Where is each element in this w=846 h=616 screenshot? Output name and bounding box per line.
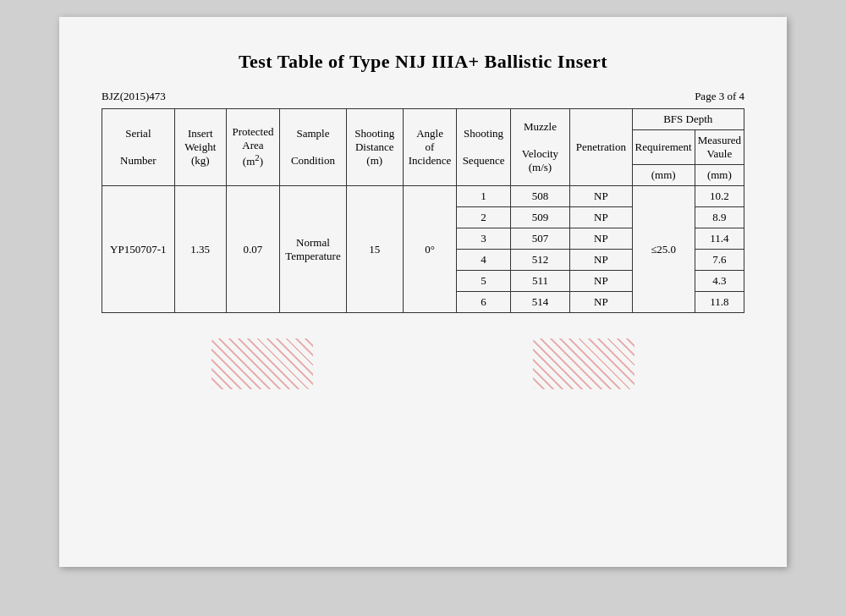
header-bfs-req: Requirement: [632, 130, 695, 165]
cell-penetration: NP: [570, 207, 632, 228]
cell-penetration: NP: [570, 228, 632, 250]
cell-weight: 1.35: [174, 186, 226, 313]
cell-sequence: 4: [457, 250, 510, 271]
cell-bfs-req: ≤25.0: [632, 186, 695, 313]
cell-muzzle: 507: [510, 228, 569, 250]
header-shooting-seq: ShootingSequence: [457, 109, 510, 186]
cell-condition: Normal Temperature: [280, 186, 347, 313]
header-penetration: Penetration: [570, 109, 632, 186]
cell-muzzle: 514: [510, 292, 569, 313]
cell-muzzle: 508: [510, 186, 569, 207]
cell-angle: 0°: [403, 186, 457, 313]
header-shooting-dist: ShootingDistance(m): [346, 109, 403, 186]
cell-serial: YP150707-1: [102, 186, 175, 313]
cell-sequence: 3: [457, 228, 510, 250]
cell-bfs-measured: 11.4: [695, 228, 744, 250]
cell-bfs-measured: 10.2: [695, 186, 744, 207]
header-muzzle: MuzzleVelocity(m/s): [510, 109, 569, 186]
cell-sequence: 2: [457, 207, 510, 228]
cell-penetration: NP: [570, 271, 632, 292]
header-sample: SampleCondition: [280, 109, 347, 186]
cell-penetration: NP: [570, 292, 632, 313]
header-bfs-meas: MeasuredVaule: [695, 130, 744, 165]
doc-number: BJZ(2015)473: [102, 90, 166, 103]
bottom-stamps: [102, 338, 744, 389]
cell-muzzle: 509: [510, 207, 569, 228]
cell-muzzle: 511: [510, 271, 569, 292]
header-angle: AngleofIncidence: [403, 109, 457, 186]
header-insert: InsertWeight(kg): [174, 109, 226, 186]
cell-bfs-measured: 7.6: [695, 250, 744, 271]
cell-distance: 15: [346, 186, 403, 313]
document-paper: Test Table of Type NIJ IIIA+ Ballistic I…: [59, 17, 787, 567]
test-table: SerialNumber InsertWeight(kg) ProtectedA…: [102, 108, 744, 313]
header-bfs: BFS Depth: [632, 109, 744, 130]
cell-sequence: 6: [457, 292, 510, 313]
cell-bfs-measured: 4.3: [695, 271, 744, 292]
stamp-left: [212, 338, 313, 389]
cell-bfs-measured: 11.8: [695, 292, 744, 313]
meta-row: BJZ(2015)473 Page 3 of 4: [102, 90, 744, 103]
page-title: Test Table of Type NIJ IIIA+ Ballistic I…: [102, 51, 744, 73]
cell-sequence: 5: [457, 271, 510, 292]
header-bfs-req-unit: (mm): [632, 165, 695, 186]
cell-penetration: NP: [570, 186, 632, 207]
page-info: Page 3 of 4: [695, 90, 744, 103]
cell-area: 0.07: [226, 186, 279, 313]
stamp-right: [533, 338, 634, 389]
cell-muzzle: 512: [510, 250, 569, 271]
cell-sequence: 1: [457, 186, 510, 207]
cell-penetration: NP: [570, 250, 632, 271]
header-protected: ProtectedArea(m2): [226, 109, 279, 186]
cell-bfs-measured: 8.9: [695, 207, 744, 228]
header-bfs-meas-unit: (mm): [695, 165, 744, 186]
header-serial: SerialNumber: [102, 109, 175, 186]
